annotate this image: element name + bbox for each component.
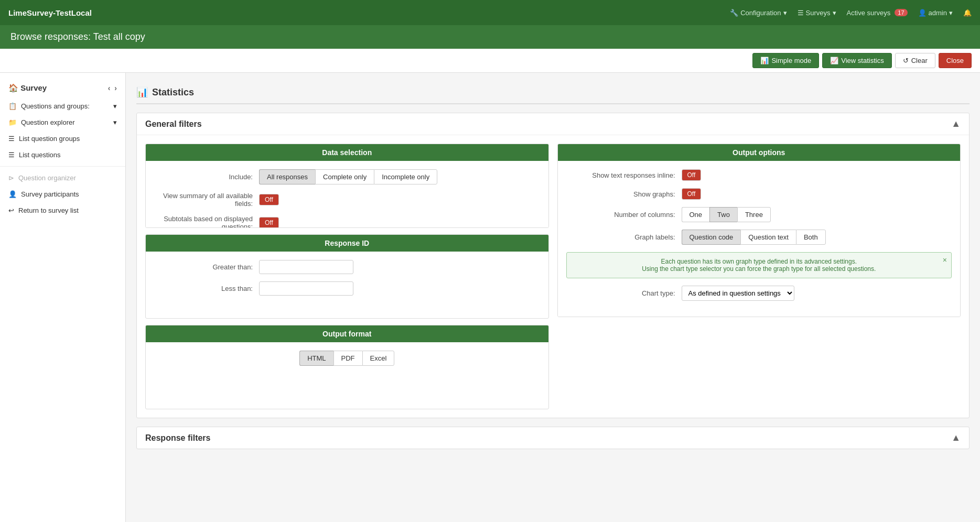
statistics-title: Statistics bbox=[152, 87, 194, 98]
include-all-responses[interactable]: All responses bbox=[259, 169, 315, 184]
output-pdf[interactable]: PDF bbox=[333, 351, 362, 366]
show-graphs-toggle-off[interactable]: Off bbox=[682, 189, 701, 199]
data-selection-panel: Data selection Include: All responses bbox=[145, 144, 549, 228]
columns-three[interactable]: Three bbox=[737, 207, 771, 222]
collapse-general-filters[interactable]: ▲ bbox=[951, 118, 961, 129]
statistics-icon: 📊 bbox=[136, 86, 148, 98]
output-options-panel: Output options Show text responses inlin… bbox=[557, 144, 961, 317]
nav-surveys[interactable]: ☰ Surveys ▾ bbox=[798, 9, 836, 17]
right-column: Output options Show text responses inlin… bbox=[557, 144, 961, 409]
greater-than-input[interactable] bbox=[259, 260, 353, 274]
response-id-header: Response ID bbox=[146, 235, 548, 252]
nav-active-surveys[interactable]: Active surveys 17 bbox=[847, 9, 908, 17]
chevron-down-icon-admin: ▾ bbox=[949, 9, 953, 17]
columns-two[interactable]: Two bbox=[709, 207, 737, 222]
nav-notifications[interactable]: 🔔 bbox=[963, 9, 972, 17]
page-header: Browse responses: Test all copy bbox=[0, 25, 980, 49]
sidebar-item-question-explorer[interactable]: 📁 Question explorer ▾ bbox=[0, 114, 125, 130]
simple-mode-button[interactable]: 📊 Simple mode bbox=[752, 53, 819, 68]
sidebar-item-survey-participants[interactable]: 👤 Survey participants bbox=[0, 186, 125, 202]
output-options-body: Show text responses inline: Off Show gra… bbox=[558, 161, 961, 317]
less-than-row: Less than: bbox=[154, 281, 540, 296]
view-summary-row: View summary of all available fields: Of… bbox=[154, 192, 540, 208]
clear-button[interactable]: ↺ Clear bbox=[895, 53, 935, 68]
participants-icon: 👤 bbox=[8, 190, 17, 198]
columns-one[interactable]: One bbox=[682, 207, 710, 222]
include-btn-group: All responses Complete only Incomplete o… bbox=[259, 169, 437, 184]
chevron-right-icon-2: ▾ bbox=[113, 118, 117, 126]
return-icon: ↩ bbox=[8, 206, 14, 214]
sidebar: 🏠 Survey ‹ › 📋 Questions and groups: ▾ 📁… bbox=[0, 73, 126, 522]
graph-label-question-code[interactable]: Question code bbox=[682, 230, 741, 245]
less-than-input[interactable] bbox=[259, 281, 353, 296]
response-id-panel: Response ID Greater than: Less than: bbox=[145, 234, 549, 319]
sidebar-item-list-questions[interactable]: ☰ List questions bbox=[0, 147, 125, 163]
nav-items: 🔧 Configuration ▾ ☰ Surveys ▾ Active sur… bbox=[730, 9, 972, 17]
show-text-label: Show text responses inline: bbox=[566, 171, 682, 179]
subtotals-toggle[interactable]: Off bbox=[259, 217, 279, 228]
sidebar-header: 🏠 Survey ‹ › bbox=[0, 78, 125, 98]
graph-labels-label: Graph labels: bbox=[566, 233, 682, 241]
output-format-header: Output format bbox=[146, 325, 548, 342]
info-box-close[interactable]: × bbox=[943, 256, 947, 264]
chart-type-select[interactable]: As defined in question settings Bar char… bbox=[682, 286, 794, 301]
close-button[interactable]: Close bbox=[939, 53, 972, 68]
user-icon: 👤 bbox=[918, 9, 927, 17]
show-text-row: Show text responses inline: Off bbox=[566, 169, 952, 181]
chart-type-label: Chart type: bbox=[566, 289, 682, 297]
surveys-icon: ☰ bbox=[798, 9, 804, 17]
num-columns-row: Number of columns: One Two T bbox=[566, 207, 952, 222]
filters-body: Data selection Include: All responses bbox=[137, 135, 969, 418]
show-graphs-row: Show graphs: Off bbox=[566, 188, 952, 200]
include-complete-only[interactable]: Complete only bbox=[315, 169, 374, 184]
sidebar-item-list-question-groups[interactable]: ☰ List question groups bbox=[0, 130, 125, 147]
output-format-panel: Output format HTML PDF bbox=[145, 325, 549, 409]
brand-logo: LimeSurvey-TestLocal bbox=[8, 8, 730, 17]
show-graphs-label: Show graphs: bbox=[566, 190, 682, 198]
include-incomplete-only[interactable]: Incomplete only bbox=[374, 169, 437, 184]
sidebar-item-return-to-survey-list[interactable]: ↩ Return to survey list bbox=[0, 202, 125, 219]
data-selection-header: Data selection bbox=[146, 144, 548, 161]
graph-labels-btn-group: Question code Question text Both bbox=[682, 230, 826, 245]
graph-label-question-text[interactable]: Question text bbox=[740, 230, 796, 245]
view-statistics-button[interactable]: 📈 View statistics bbox=[822, 53, 891, 68]
general-filters-section: General filters ▲ Data selection Include… bbox=[136, 113, 970, 418]
output-format-btn-group: HTML PDF Excel bbox=[299, 351, 394, 366]
left-column: Data selection Include: All responses bbox=[145, 144, 549, 409]
show-text-toggle[interactable]: Off bbox=[682, 169, 702, 181]
stats-icon: 📈 bbox=[830, 57, 838, 64]
show-text-toggle-off[interactable]: Off bbox=[682, 170, 701, 180]
output-html[interactable]: HTML bbox=[299, 351, 333, 366]
collapse-response-filters[interactable]: ▲ bbox=[951, 432, 961, 443]
view-summary-toggle[interactable]: Off bbox=[259, 194, 279, 205]
toolbar: 📊 Simple mode 📈 View statistics ↺ Clear … bbox=[0, 49, 980, 73]
less-than-label: Less than: bbox=[154, 285, 259, 292]
show-graphs-toggle[interactable]: Off bbox=[682, 188, 702, 200]
output-excel[interactable]: Excel bbox=[362, 351, 395, 366]
list-questions-icon: ☰ bbox=[8, 151, 15, 159]
graph-labels-row: Graph labels: Question code Question tex… bbox=[566, 230, 952, 245]
chevron-down-icon: ▾ bbox=[783, 9, 787, 17]
sidebar-divider bbox=[0, 166, 125, 167]
view-summary-toggle-off[interactable]: Off bbox=[260, 194, 278, 205]
view-summary-label: View summary of all available fields: bbox=[154, 192, 259, 208]
include-row: Include: All responses Complete only bbox=[154, 169, 540, 184]
data-selection-body: Include: All responses Complete only bbox=[146, 161, 548, 228]
output-options-header: Output options bbox=[558, 144, 961, 161]
chevron-down-icon-surveys: ▾ bbox=[833, 9, 836, 17]
chart-icon: 📊 bbox=[760, 57, 769, 64]
layout: 🏠 Survey ‹ › 📋 Questions and groups: ▾ 📁… bbox=[0, 73, 980, 522]
general-filters-title: General filters ▲ bbox=[137, 113, 969, 135]
nav-admin[interactable]: 👤 admin ▾ bbox=[918, 9, 953, 17]
prev-arrow[interactable]: ‹ bbox=[108, 84, 111, 92]
chevron-right-icon: ▾ bbox=[113, 102, 117, 110]
nav-arrows: ‹ › bbox=[108, 84, 117, 92]
sidebar-item-questions-groups[interactable]: 📋 Questions and groups: ▾ bbox=[0, 98, 125, 114]
next-arrow[interactable]: › bbox=[114, 84, 117, 92]
response-id-body: Greater than: Less than: bbox=[146, 252, 548, 311]
chart-type-row: Chart type: As defined in question setti… bbox=[566, 286, 952, 301]
nav-configuration[interactable]: 🔧 Configuration ▾ bbox=[730, 9, 787, 17]
graph-label-both[interactable]: Both bbox=[796, 230, 826, 245]
subtotals-toggle-off[interactable]: Off bbox=[260, 218, 278, 228]
statistics-header: 📊 Statistics bbox=[136, 81, 970, 104]
